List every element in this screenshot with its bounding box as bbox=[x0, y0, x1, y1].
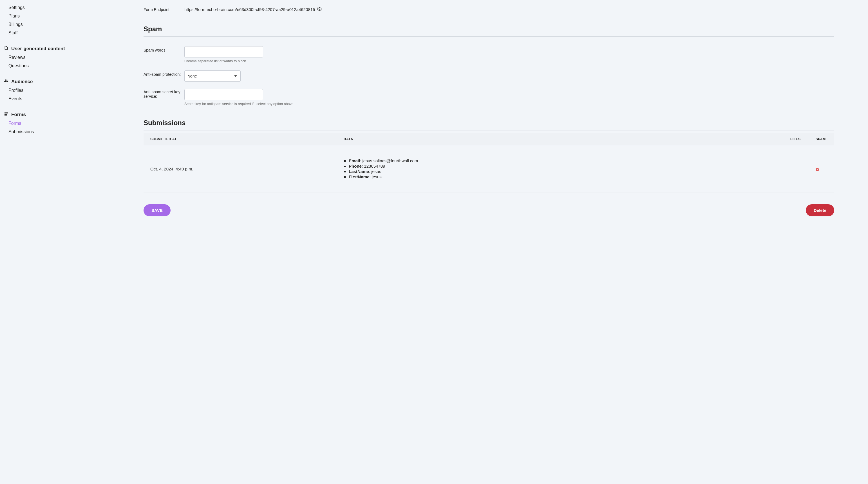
anti-spam-secret-row: Anti-spam secret key service: Secret key… bbox=[144, 89, 834, 106]
submissions-section-title: Submissions bbox=[144, 119, 834, 131]
eye-off-icon[interactable] bbox=[317, 7, 322, 12]
anti-spam-secret-help: Secret key for antispam service is requi… bbox=[184, 102, 834, 106]
col-submitted-at: SUBMITTED AT bbox=[144, 133, 337, 145]
col-data: DATA bbox=[337, 133, 783, 145]
col-files: FILES bbox=[783, 133, 809, 145]
button-row: SAVE Delete bbox=[144, 204, 834, 216]
sidebar-item-reviews[interactable]: Reviews bbox=[4, 53, 73, 62]
sidebar-item-questions[interactable]: Questions bbox=[4, 62, 73, 70]
spam-section-title: Spam bbox=[144, 25, 834, 37]
sidebar-group-label: Forms bbox=[11, 112, 26, 117]
sidebar-group-forms: Forms bbox=[4, 109, 73, 119]
col-spam: SPAM bbox=[809, 133, 834, 145]
spam-words-row: Spam words: Comma separated list of word… bbox=[144, 46, 834, 63]
cell-spam bbox=[809, 145, 834, 192]
table-row: Oct. 4, 2024, 4:49 p.m.Email: jesus.sali… bbox=[144, 145, 834, 192]
people-icon bbox=[4, 79, 8, 85]
sidebar-item-billings[interactable]: Billings bbox=[4, 20, 73, 29]
save-button[interactable]: SAVE bbox=[144, 204, 170, 216]
sidebar-item-submissions[interactable]: Submissions bbox=[4, 127, 73, 136]
anti-spam-protection-select[interactable]: None bbox=[184, 70, 241, 82]
cell-submitted-at: Oct. 4, 2024, 4:49 p.m. bbox=[144, 145, 337, 192]
sidebar-item-plans[interactable]: Plans bbox=[4, 12, 73, 20]
sidebar-item-staff[interactable]: Staff bbox=[4, 29, 73, 37]
submissions-table: SUBMITTED AT DATA FILES SPAM Oct. 4, 202… bbox=[144, 133, 834, 192]
sidebar-group-ugc: User-generated content bbox=[4, 44, 73, 53]
sidebar-item-settings[interactable]: Settings bbox=[4, 3, 73, 12]
form-endpoint-value: https://form.echo-brain.com/e63d300f-cf9… bbox=[184, 7, 315, 12]
sidebar-group-label: Audience bbox=[11, 79, 33, 85]
sidebar-group-audience: Audience bbox=[4, 76, 73, 86]
spam-status-icon bbox=[816, 168, 819, 171]
spam-words-label: Spam words: bbox=[144, 46, 184, 52]
document-icon bbox=[4, 46, 8, 52]
sidebar-item-events[interactable]: Events bbox=[4, 95, 73, 103]
form-icon bbox=[4, 112, 8, 117]
sidebar-item-profiles[interactable]: Profiles bbox=[4, 86, 73, 95]
anti-spam-protection-label: Anti-spam protection: bbox=[144, 70, 184, 77]
sidebar-item-forms[interactable]: Forms bbox=[4, 119, 73, 127]
cell-files bbox=[783, 145, 809, 192]
form-endpoint-label: Form Endpoint: bbox=[144, 6, 184, 12]
cell-data: Email: jesus.salinas@fourthwall.comPhone… bbox=[337, 145, 783, 192]
form-endpoint-row: Form Endpoint: https://form.echo-brain.c… bbox=[144, 6, 834, 12]
main-content: Form Endpoint: https://form.echo-brain.c… bbox=[73, 0, 868, 484]
list-item: LastName: jesus bbox=[349, 169, 777, 174]
list-item: Phone: 123654789 bbox=[349, 164, 777, 168]
anti-spam-secret-label: Anti-spam secret key service: bbox=[144, 89, 184, 98]
spam-words-input[interactable] bbox=[184, 46, 263, 57]
list-item: Email: jesus.salinas@fourthwall.com bbox=[349, 158, 777, 163]
list-item: FirstName: jesus bbox=[349, 174, 777, 179]
anti-spam-secret-input[interactable] bbox=[184, 89, 263, 100]
delete-button[interactable]: Delete bbox=[806, 204, 834, 216]
sidebar: Settings Plans Billings Staff User-gener… bbox=[0, 0, 73, 484]
spam-words-help: Comma separated list of words to block bbox=[184, 59, 834, 63]
anti-spam-protection-row: Anti-spam protection: None bbox=[144, 70, 834, 82]
sidebar-group-label: User-generated content bbox=[11, 46, 65, 52]
